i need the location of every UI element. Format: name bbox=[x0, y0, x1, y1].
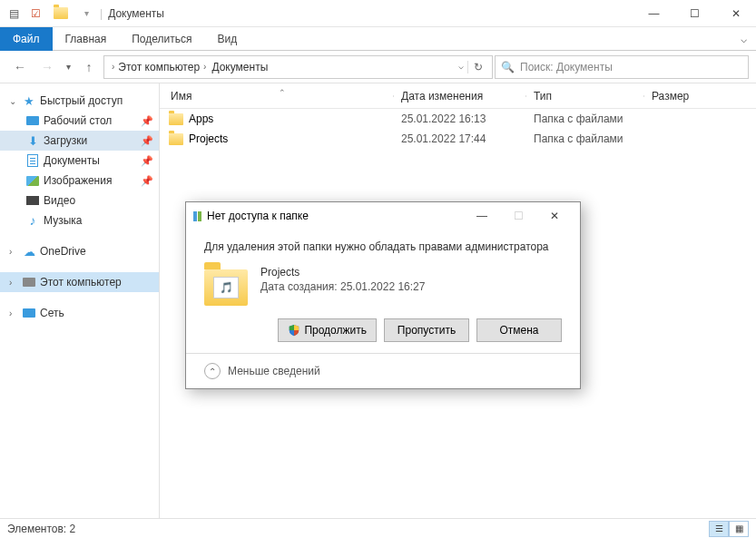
maximize-button[interactable]: ☐ bbox=[674, 0, 715, 27]
breadcrumb-this-pc[interactable]: Этот компьютер› bbox=[118, 61, 208, 73]
column-size[interactable]: Размер bbox=[644, 90, 756, 103]
folder-icon bbox=[169, 113, 183, 125]
dialog-maximize-button: ☐ bbox=[500, 202, 536, 230]
close-button[interactable]: ✕ bbox=[715, 0, 756, 27]
column-type[interactable]: Тип bbox=[526, 90, 644, 103]
column-headers: Имя⌃ Дата изменения Тип Размер bbox=[160, 83, 756, 109]
button-label: Продолжить bbox=[304, 324, 367, 337]
address-dropdown-icon[interactable]: ⌵ bbox=[458, 61, 464, 73]
navigation-pane: ⌄ ★ Быстрый доступ Рабочий стол 📌 ⬇ Загр… bbox=[0, 83, 160, 518]
sidebar-item-label: Сеть bbox=[40, 307, 64, 319]
column-name[interactable]: Имя⌃ bbox=[163, 90, 394, 103]
recent-dropdown[interactable]: ▾ bbox=[62, 54, 74, 80]
navigation-bar: ← → ▾ ↑ › Этот компьютер› Документы ⌵ ↻ … bbox=[0, 51, 756, 83]
dialog-icon bbox=[193, 211, 201, 221]
sidebar-item-label: Изображения bbox=[44, 174, 112, 187]
tab-view[interactable]: Вид bbox=[204, 27, 250, 51]
window-title: Документы bbox=[108, 7, 164, 20]
dialog-footer[interactable]: ⌃ Меньше сведений bbox=[186, 353, 580, 388]
qat-dropdown-icon[interactable]: ▾ bbox=[78, 5, 94, 22]
title-bar: ▤ ☑ ▾ | Документы — ☐ ✕ bbox=[0, 0, 756, 27]
network-icon bbox=[22, 306, 36, 320]
view-toggles: ☰ ▦ bbox=[709, 521, 749, 537]
search-icon: 🔍 bbox=[501, 61, 515, 73]
pin-icon: 📌 bbox=[141, 115, 153, 127]
dialog-title-bar[interactable]: Нет доступа к папке — ☐ ✕ bbox=[186, 202, 580, 230]
pin-icon: 📌 bbox=[141, 135, 153, 147]
dialog-close-button[interactable]: ✕ bbox=[536, 202, 573, 230]
checkmark-icon[interactable]: ☑ bbox=[27, 5, 44, 22]
file-tab[interactable]: Файл bbox=[0, 27, 53, 51]
dialog-item: 🎵 Projects Дата создания: 25.01.2022 16:… bbox=[204, 266, 562, 306]
video-icon bbox=[25, 193, 40, 208]
properties-icon[interactable]: ▤ bbox=[5, 5, 22, 22]
cloud-icon: ☁ bbox=[22, 244, 36, 259]
skip-button[interactable]: Пропустить bbox=[384, 318, 469, 342]
ribbon-expand-icon[interactable]: ⌵ bbox=[731, 33, 756, 45]
sidebar-item-music[interactable]: ♪ Музыка bbox=[0, 210, 159, 230]
item-count: Элементов: 2 bbox=[7, 523, 75, 535]
sidebar-network[interactable]: › Сеть bbox=[0, 303, 159, 323]
back-button[interactable]: ← bbox=[7, 54, 33, 80]
forward-button[interactable]: → bbox=[34, 54, 60, 80]
file-name: Projects bbox=[189, 132, 228, 145]
sidebar-item-pictures[interactable]: Изображения 📌 bbox=[0, 171, 159, 191]
file-date: 25.01.2022 17:44 bbox=[394, 132, 526, 145]
dialog-message: Для удаления этой папки нужно обладать п… bbox=[204, 240, 562, 253]
access-denied-dialog: Нет доступа к папке — ☐ ✕ Для удаления э… bbox=[185, 201, 581, 389]
chevron-up-icon: ⌃ bbox=[204, 363, 221, 379]
sidebar-quick-access[interactable]: ⌄ ★ Быстрый доступ bbox=[0, 91, 159, 111]
file-row[interactable]: Projects 25.01.2022 17:44 Папка с файлам… bbox=[160, 129, 756, 149]
chevron-right-icon[interactable]: › bbox=[9, 278, 18, 288]
search-box[interactable]: 🔍 Поиск: Документы bbox=[495, 55, 749, 79]
window-controls: — ☐ ✕ bbox=[633, 0, 756, 27]
chevron-down-icon[interactable]: ⌄ bbox=[9, 96, 18, 106]
sidebar-item-downloads[interactable]: ⬇ Загрузки 📌 bbox=[0, 131, 159, 151]
column-date[interactable]: Дата изменения bbox=[394, 90, 526, 103]
details-view-button[interactable]: ☰ bbox=[709, 521, 729, 537]
less-info-link[interactable]: Меньше сведений bbox=[228, 365, 320, 377]
file-rows: Apps 25.01.2022 16:13 Папка с файлами Pr… bbox=[160, 109, 756, 149]
dialog-minimize-button[interactable]: — bbox=[464, 202, 500, 230]
sidebar-item-label: Рабочий стол bbox=[44, 114, 112, 127]
sidebar-item-label: Этот компьютер bbox=[40, 276, 122, 289]
sidebar-item-label: Быстрый доступ bbox=[40, 94, 123, 107]
file-name: Apps bbox=[189, 112, 213, 125]
music-icon: ♪ bbox=[25, 213, 40, 228]
up-button[interactable]: ↑ bbox=[76, 54, 102, 80]
tab-home[interactable]: Главная bbox=[53, 27, 120, 51]
sidebar-item-documents[interactable]: Документы 📌 bbox=[0, 151, 159, 171]
sidebar-item-label: Документы bbox=[44, 154, 100, 167]
address-bar[interactable]: › Этот компьютер› Документы ⌵ ↻ bbox=[103, 55, 493, 79]
star-icon: ★ bbox=[22, 93, 36, 108]
pictures-icon bbox=[25, 173, 40, 188]
dialog-buttons: Продолжить Пропустить Отмена bbox=[204, 318, 562, 342]
continue-button[interactable]: Продолжить bbox=[278, 318, 377, 342]
chevron-right-icon[interactable]: › bbox=[112, 62, 114, 72]
file-row[interactable]: Apps 25.01.2022 16:13 Папка с файлами bbox=[160, 109, 756, 129]
minimize-button[interactable]: — bbox=[633, 0, 674, 27]
folder-large-icon: 🎵 bbox=[204, 269, 248, 306]
file-type: Папка с файлами bbox=[526, 132, 644, 145]
file-type: Папка с файлами bbox=[526, 112, 644, 125]
breadcrumb-documents[interactable]: Документы bbox=[211, 61, 268, 73]
button-label: Пропустить bbox=[398, 324, 456, 337]
sidebar-item-label: Загрузки bbox=[44, 134, 87, 147]
sidebar-item-videos[interactable]: Видео bbox=[0, 191, 159, 210]
folder-icon bbox=[53, 5, 69, 22]
pin-icon: 📌 bbox=[141, 155, 153, 167]
chevron-right-icon[interactable]: › bbox=[9, 308, 18, 318]
dialog-item-name: Projects bbox=[260, 266, 425, 279]
cancel-button[interactable]: Отмена bbox=[476, 318, 562, 342]
sidebar-this-pc[interactable]: › Этот компьютер bbox=[0, 272, 159, 292]
chevron-right-icon[interactable]: › bbox=[9, 247, 18, 257]
pin-icon: 📌 bbox=[141, 175, 153, 187]
sidebar-item-label: Видео bbox=[44, 194, 75, 207]
refresh-button[interactable]: ↻ bbox=[467, 61, 488, 73]
icons-view-button[interactable]: ▦ bbox=[729, 521, 749, 537]
quick-access-toolbar: ▤ ☑ ▾ | bbox=[5, 5, 103, 22]
tab-share[interactable]: Поделиться bbox=[119, 27, 204, 51]
sidebar-item-desktop[interactable]: Рабочий стол 📌 bbox=[0, 111, 159, 131]
sidebar-onedrive[interactable]: › ☁ OneDrive bbox=[0, 241, 159, 261]
search-placeholder: Поиск: Документы bbox=[520, 61, 613, 73]
